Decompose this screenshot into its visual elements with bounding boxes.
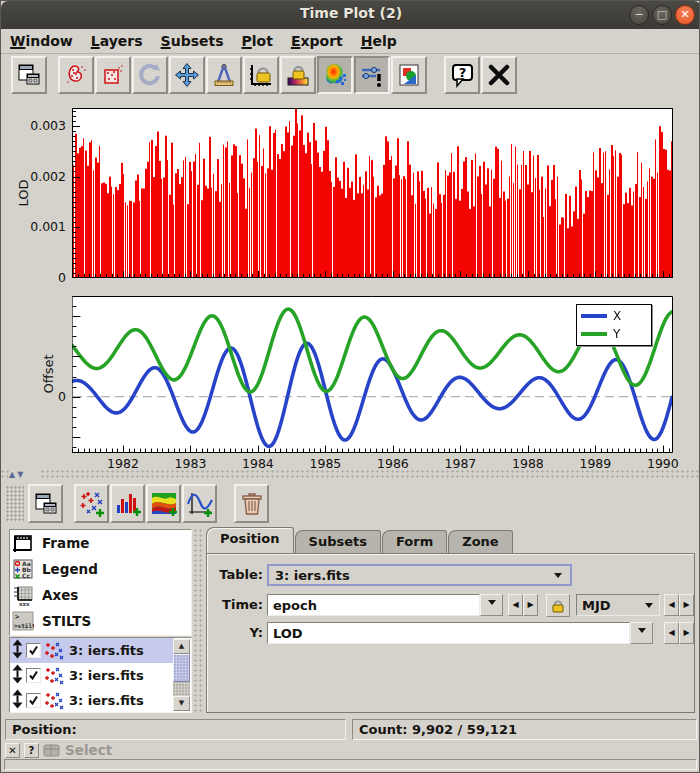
control-item-axes[interactable]: xxx Axes	[10, 582, 191, 608]
aux-visible-button[interactable]	[317, 56, 353, 94]
time-unit-combo[interactable]: MJD	[576, 594, 660, 616]
axis-tick-label: 1982	[98, 456, 148, 471]
time-next-button[interactable]: ▶	[523, 594, 538, 616]
measure-button[interactable]	[206, 56, 242, 94]
menu-layers[interactable]: Layers	[82, 31, 152, 51]
time-input[interactable]: epoch	[267, 594, 480, 616]
axis-tick-label: 0.002	[14, 169, 66, 184]
axis-tick-label: 1983	[165, 456, 215, 471]
close-button[interactable]: ✕	[675, 5, 695, 25]
layer-row[interactable]: 3: iers.fits	[10, 638, 174, 663]
reorder-handle[interactable]	[11, 664, 24, 688]
menu-export[interactable]: Export	[282, 31, 352, 51]
sliders-alert-icon	[359, 62, 385, 88]
svg-text:?: ?	[459, 65, 467, 80]
menu-subsets[interactable]: Subsets	[152, 31, 233, 51]
control-label: Legend	[42, 561, 98, 577]
tab-position[interactable]: Position	[206, 527, 294, 553]
tab-subsets[interactable]: Subsets	[295, 530, 381, 553]
y-prev-button[interactable]: ◀	[664, 622, 679, 644]
toolbar-drag-handle[interactable]	[6, 486, 24, 522]
layer-list-scrollbar[interactable]: ▲ ▼	[173, 639, 190, 711]
unit-next-button[interactable]: ▶	[679, 594, 694, 616]
menu-plot[interactable]: Plot	[233, 31, 282, 51]
time-lock-button[interactable]	[546, 594, 570, 617]
main-toolbar: ?	[1, 53, 700, 96]
add-histogram-layer-icon	[114, 490, 142, 518]
control-item-legend[interactable]: Aa Bb Cc Legend	[10, 556, 191, 582]
sliders-alert-button[interactable]	[354, 56, 390, 94]
unit-prev-button[interactable]: ◀	[664, 594, 679, 616]
windows-button[interactable]	[11, 56, 47, 94]
scroll-down-button[interactable]: ▼	[173, 696, 190, 711]
add-function-layer-icon	[186, 490, 214, 518]
reorder-handle[interactable]	[11, 639, 24, 663]
menu-help[interactable]: Help	[352, 31, 406, 51]
legend-line-swatch	[581, 332, 607, 336]
chevron-down-icon	[645, 603, 653, 612]
time-dropdown-button[interactable]	[480, 594, 503, 616]
y-label: Y:	[215, 625, 263, 640]
box-subset-button[interactable]	[95, 56, 131, 94]
svg-text:>stilts: >stilts	[14, 622, 34, 629]
close-window-button[interactable]	[481, 56, 517, 94]
layer-rows: 3: iers.fits3: iers.fits3: iers.fits	[10, 638, 191, 713]
reorder-handle[interactable]	[11, 689, 24, 713]
y-input[interactable]: LOD	[267, 622, 630, 644]
axis-tick-label: 1986	[368, 456, 418, 471]
control-label: Axes	[42, 587, 78, 603]
y-next-button[interactable]: ▶	[679, 622, 694, 644]
panel-divider[interactable]	[194, 529, 204, 713]
layer-row[interactable]: 3: iers.fits	[10, 688, 174, 713]
legend-entry: Y	[581, 325, 647, 343]
check-icon	[28, 645, 39, 656]
plot-legend: XY	[576, 304, 652, 346]
layer-row[interactable]: 3: iers.fits	[10, 663, 174, 688]
table-combo[interactable]: 3: iers.fits	[267, 564, 572, 586]
padlock-icon	[550, 598, 566, 614]
query-button[interactable]: ?	[24, 743, 39, 758]
add-function-layer-button[interactable]	[182, 484, 217, 523]
windows-icon	[16, 62, 42, 88]
blob-subset-button[interactable]	[58, 56, 94, 94]
split-collapse-arrows[interactable]: ▲▼	[9, 470, 39, 480]
tab-form[interactable]: Form	[382, 530, 447, 553]
delete-layer-button[interactable]	[234, 484, 269, 523]
add-histogram-layer-button[interactable]	[110, 484, 145, 523]
scrollbar-thumb[interactable]	[173, 654, 190, 682]
select-row: ✕ ? Select	[5, 742, 112, 758]
axes-lock-button[interactable]	[243, 56, 279, 94]
help-button[interactable]: ?	[444, 56, 480, 94]
maximize-button[interactable]: □	[652, 5, 672, 25]
split-divider[interactable]: ▲▼	[1, 470, 700, 480]
app-window: Time Plot (2) − □ ✕ Window Layers Subset…	[0, 0, 700, 773]
menu-window[interactable]: Window	[1, 31, 82, 51]
minimize-button[interactable]: −	[629, 5, 649, 25]
add-spectrogram-layer-button[interactable]	[146, 484, 181, 523]
tab-zone[interactable]: Zone	[448, 530, 512, 553]
layer-checkbox[interactable]	[26, 668, 41, 683]
layer-windows-button[interactable]	[28, 484, 63, 523]
time-plot-lod[interactable]	[72, 108, 673, 278]
reorder-icon	[11, 664, 24, 684]
scroll-up-button[interactable]: ▲	[173, 639, 190, 654]
axis-tick-label: 0	[14, 270, 66, 285]
titlebar[interactable]: Time Plot (2) − □ ✕	[1, 1, 700, 30]
clear-button[interactable]: ✕	[5, 743, 20, 758]
layer-checkbox[interactable]	[26, 693, 41, 708]
layer-checkbox[interactable]	[26, 643, 41, 658]
color-lock-button[interactable]	[280, 56, 316, 94]
control-item-frame[interactable]: Frame	[10, 530, 191, 556]
control-label: Frame	[42, 535, 89, 551]
pan-icon	[174, 62, 200, 88]
replot-button[interactable]	[132, 56, 168, 94]
add-scatter-layer-button[interactable]	[74, 484, 109, 523]
control-item-stilts[interactable]: > >stilts STILTS	[10, 608, 191, 634]
legend-entry: X	[581, 307, 647, 325]
time-prev-button[interactable]: ◀	[508, 594, 523, 616]
y-dropdown-button[interactable]	[630, 622, 653, 644]
pan-button[interactable]	[169, 56, 205, 94]
legend-label: Y	[613, 327, 620, 341]
export-image-button[interactable]	[391, 56, 427, 94]
legend-icon: Aa Bb Cc	[12, 558, 34, 580]
